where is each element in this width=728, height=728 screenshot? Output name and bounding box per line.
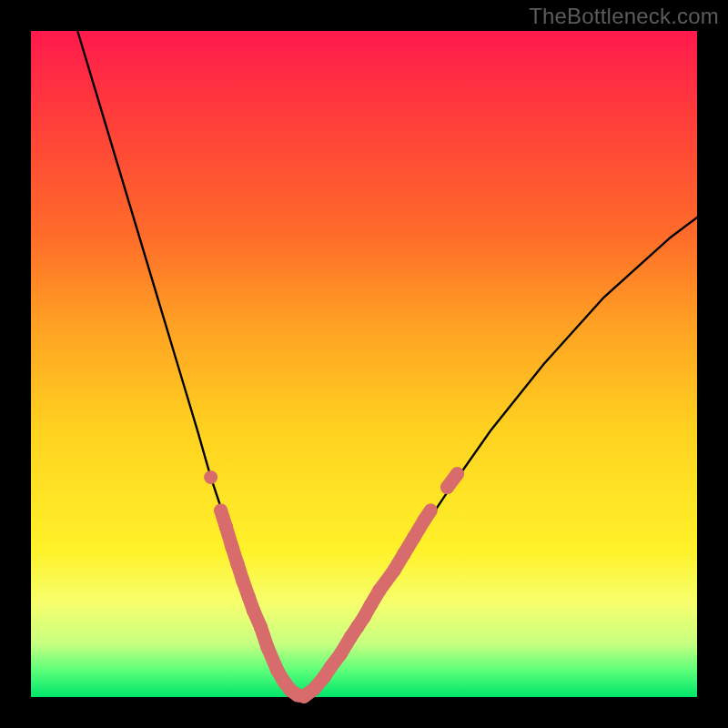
marker-dot — [424, 504, 438, 518]
marker-dot — [440, 480, 454, 494]
marker-dot — [236, 573, 249, 587]
marker-dot — [204, 470, 217, 484]
marker-dot — [358, 611, 371, 624]
curve-left-branch — [77, 31, 300, 697]
marker-dot — [324, 661, 338, 674]
marker-dot — [334, 647, 348, 661]
marker-dot — [364, 598, 378, 612]
watermark-label: TheBottleneck.com — [529, 4, 719, 29]
marker-dots — [204, 467, 464, 703]
marker-dot — [387, 563, 400, 577]
marker-dot — [214, 504, 228, 518]
marker-dot — [254, 621, 268, 634]
marker-dot — [247, 603, 260, 617]
marker-dot — [308, 682, 321, 696]
marker-dot — [260, 641, 274, 654]
marker-dot — [407, 531, 420, 544]
marker-dot — [397, 547, 410, 561]
marker-dot — [230, 557, 244, 571]
marker-dot — [372, 583, 386, 597]
curve-lines — [77, 31, 697, 697]
marker-dot — [226, 541, 239, 554]
marker-dot — [242, 591, 256, 604]
marker-dot — [219, 521, 233, 534]
marker-dot — [450, 467, 464, 480]
chart-frame: TheBottleneck.com — [0, 0, 728, 728]
plot-area — [31, 31, 697, 697]
chart-svg — [31, 31, 697, 697]
